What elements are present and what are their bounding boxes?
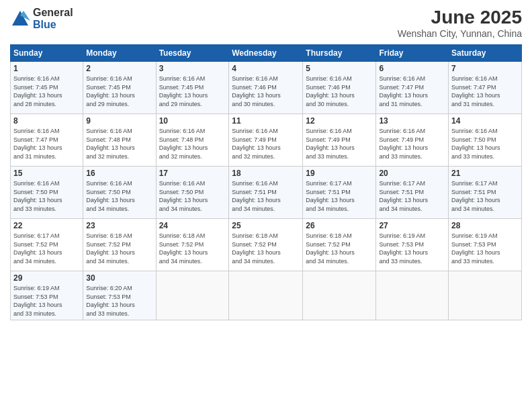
day-number: 2 — [86, 64, 152, 73]
logo-general: General — [33, 7, 73, 19]
table-row: 27 Sunrise: 6:19 AM Sunset: 7:53 PM Dayl… — [376, 219, 449, 271]
day-info: Sunrise: 6:16 AM Sunset: 7:45 PM Dayligh… — [13, 75, 80, 108]
day-info: Sunrise: 6:16 AM Sunset: 7:49 PM Dayligh… — [232, 127, 300, 161]
day-number: 8 — [13, 116, 80, 126]
logo-text: General Blue — [33, 7, 73, 30]
table-row: 17 Sunrise: 6:16 AM Sunset: 7:50 PM Dayl… — [156, 167, 229, 219]
day-info: Sunrise: 6:16 AM Sunset: 7:50 PM Dayligh… — [451, 127, 519, 161]
day-info: Sunrise: 6:19 AM Sunset: 7:53 PM Dayligh… — [379, 232, 445, 265]
day-number: 26 — [306, 221, 373, 230]
day-info: Sunrise: 6:16 AM Sunset: 7:49 PM Dayligh… — [306, 127, 373, 161]
day-number: 14 — [451, 116, 519, 126]
day-number: 20 — [379, 169, 445, 178]
day-number: 17 — [159, 169, 226, 178]
header: General Blue June 2025 Wenshan City, Yun… — [10, 7, 522, 39]
header-sunday: Sunday — [11, 45, 83, 62]
day-info: Sunrise: 6:16 AM Sunset: 7:50 PM Dayligh… — [86, 179, 152, 213]
day-number: 1 — [13, 64, 80, 73]
table-row: 3 Sunrise: 6:16 AM Sunset: 7:45 PM Dayli… — [156, 62, 229, 114]
day-number: 24 — [159, 221, 226, 230]
day-info: Sunrise: 6:16 AM Sunset: 7:48 PM Dayligh… — [159, 127, 226, 161]
calendar-row: 1 Sunrise: 6:16 AM Sunset: 7:45 PM Dayli… — [11, 62, 522, 114]
table-row: 4 Sunrise: 6:16 AM Sunset: 7:46 PM Dayli… — [229, 62, 303, 114]
day-number: 6 — [379, 64, 445, 73]
calendar-row: 15 Sunrise: 6:16 AM Sunset: 7:50 PM Dayl… — [11, 167, 522, 219]
day-info: Sunrise: 6:17 AM Sunset: 7:51 PM Dayligh… — [306, 179, 373, 213]
table-row: 9 Sunrise: 6:16 AM Sunset: 7:48 PM Dayli… — [83, 114, 156, 167]
table-row — [303, 271, 376, 320]
table-row — [449, 271, 522, 320]
header-friday: Friday — [376, 45, 449, 62]
day-info: Sunrise: 6:16 AM Sunset: 7:45 PM Dayligh… — [159, 75, 226, 108]
calendar-row: 22 Sunrise: 6:17 AM Sunset: 7:52 PM Dayl… — [11, 219, 522, 271]
table-row: 24 Sunrise: 6:18 AM Sunset: 7:52 PM Dayl… — [156, 219, 229, 271]
day-info: Sunrise: 6:16 AM Sunset: 7:51 PM Dayligh… — [232, 179, 300, 213]
table-row: 25 Sunrise: 6:18 AM Sunset: 7:52 PM Dayl… — [229, 219, 303, 271]
table-row: 16 Sunrise: 6:16 AM Sunset: 7:50 PM Dayl… — [83, 167, 156, 219]
logo: General Blue — [10, 7, 73, 30]
table-row: 30 Sunrise: 6:20 AM Sunset: 7:53 PM Dayl… — [83, 271, 156, 320]
table-row: 21 Sunrise: 6:17 AM Sunset: 7:51 PM Dayl… — [449, 167, 522, 219]
weekday-header-row: Sunday Monday Tuesday Wednesday Thursday… — [11, 45, 522, 62]
day-number: 4 — [232, 64, 300, 73]
table-row: 2 Sunrise: 6:16 AM Sunset: 7:45 PM Dayli… — [83, 62, 156, 114]
day-number: 9 — [86, 116, 152, 126]
table-row: 22 Sunrise: 6:17 AM Sunset: 7:52 PM Dayl… — [11, 219, 83, 271]
header-monday: Monday — [83, 45, 156, 62]
day-number: 25 — [232, 221, 300, 230]
day-info: Sunrise: 6:17 AM Sunset: 7:51 PM Dayligh… — [451, 179, 519, 213]
day-info: Sunrise: 6:18 AM Sunset: 7:52 PM Dayligh… — [159, 232, 226, 265]
day-info: Sunrise: 6:17 AM Sunset: 7:51 PM Dayligh… — [379, 179, 445, 213]
table-row: 5 Sunrise: 6:16 AM Sunset: 7:46 PM Dayli… — [303, 62, 376, 114]
table-row: 23 Sunrise: 6:18 AM Sunset: 7:52 PM Dayl… — [83, 219, 156, 271]
day-info: Sunrise: 6:19 AM Sunset: 7:53 PM Dayligh… — [451, 232, 519, 265]
table-row: 26 Sunrise: 6:18 AM Sunset: 7:52 PM Dayl… — [303, 219, 376, 271]
day-number: 13 — [379, 116, 445, 126]
header-tuesday: Tuesday — [156, 45, 229, 62]
day-info: Sunrise: 6:18 AM Sunset: 7:52 PM Dayligh… — [86, 232, 152, 265]
calendar-table: Sunday Monday Tuesday Wednesday Thursday… — [10, 44, 522, 320]
table-row: 11 Sunrise: 6:16 AM Sunset: 7:49 PM Dayl… — [229, 114, 303, 167]
day-info: Sunrise: 6:16 AM Sunset: 7:47 PM Dayligh… — [13, 127, 80, 161]
month-title: June 2025 — [398, 7, 522, 28]
header-saturday: Saturday — [449, 45, 522, 62]
table-row: 20 Sunrise: 6:17 AM Sunset: 7:51 PM Dayl… — [376, 167, 449, 219]
table-row: 19 Sunrise: 6:17 AM Sunset: 7:51 PM Dayl… — [303, 167, 376, 219]
day-info: Sunrise: 6:16 AM Sunset: 7:46 PM Dayligh… — [306, 75, 373, 108]
day-number: 18 — [232, 169, 300, 178]
table-row: 15 Sunrise: 6:16 AM Sunset: 7:50 PM Dayl… — [11, 167, 83, 219]
day-number: 10 — [159, 116, 226, 126]
table-row: 14 Sunrise: 6:16 AM Sunset: 7:50 PM Dayl… — [449, 114, 522, 167]
day-number: 29 — [13, 273, 80, 283]
table-row: 1 Sunrise: 6:16 AM Sunset: 7:45 PM Dayli… — [11, 62, 83, 114]
table-row: 6 Sunrise: 6:16 AM Sunset: 7:47 PM Dayli… — [376, 62, 449, 114]
day-info: Sunrise: 6:18 AM Sunset: 7:52 PM Dayligh… — [232, 232, 300, 265]
page: General Blue June 2025 Wenshan City, Yun… — [0, 0, 532, 411]
day-info: Sunrise: 6:18 AM Sunset: 7:52 PM Dayligh… — [306, 232, 373, 265]
calendar-row: 8 Sunrise: 6:16 AM Sunset: 7:47 PM Dayli… — [11, 114, 522, 167]
table-row — [229, 271, 303, 320]
day-number: 27 — [379, 221, 445, 230]
table-row: 8 Sunrise: 6:16 AM Sunset: 7:47 PM Dayli… — [11, 114, 83, 167]
day-number: 12 — [306, 116, 373, 126]
day-info: Sunrise: 6:16 AM Sunset: 7:47 PM Dayligh… — [451, 75, 519, 108]
day-number: 22 — [13, 221, 80, 230]
day-info: Sunrise: 6:16 AM Sunset: 7:46 PM Dayligh… — [232, 75, 300, 108]
day-number: 15 — [13, 169, 80, 178]
table-row — [156, 271, 229, 320]
day-number: 16 — [86, 169, 152, 178]
day-info: Sunrise: 6:16 AM Sunset: 7:50 PM Dayligh… — [13, 179, 80, 213]
table-row — [376, 271, 449, 320]
day-info: Sunrise: 6:20 AM Sunset: 7:53 PM Dayligh… — [86, 284, 152, 318]
day-info: Sunrise: 6:16 AM Sunset: 7:50 PM Dayligh… — [159, 179, 226, 213]
day-number: 21 — [451, 169, 519, 178]
table-row: 28 Sunrise: 6:19 AM Sunset: 7:53 PM Dayl… — [449, 219, 522, 271]
day-number: 23 — [86, 221, 152, 230]
day-number: 28 — [451, 221, 519, 230]
day-number: 5 — [306, 64, 373, 73]
table-row: 10 Sunrise: 6:16 AM Sunset: 7:48 PM Dayl… — [156, 114, 229, 167]
logo-icon — [10, 9, 30, 29]
day-number: 7 — [451, 64, 519, 73]
table-row: 13 Sunrise: 6:16 AM Sunset: 7:49 PM Dayl… — [376, 114, 449, 167]
day-number: 3 — [159, 64, 226, 73]
